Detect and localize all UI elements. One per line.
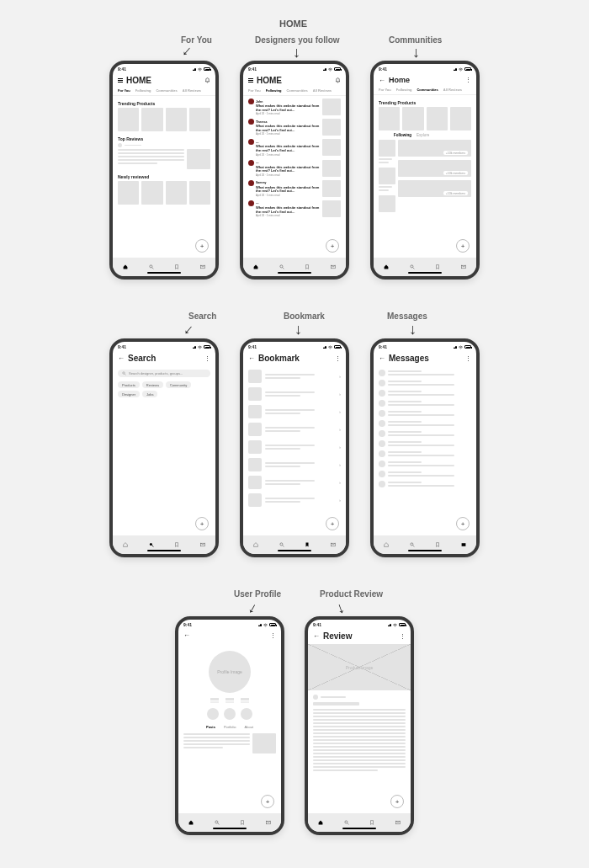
fab-add[interactable]: + bbox=[390, 795, 404, 808]
profile-image[interactable]: Profile Image bbox=[209, 651, 251, 693]
feed-item[interactable]: — What makes this website standout from … bbox=[248, 200, 341, 217]
nav-bookmark-icon[interactable] bbox=[435, 264, 440, 269]
more-icon[interactable]: ⋮ bbox=[270, 632, 276, 639]
nav-search-icon[interactable] bbox=[149, 542, 154, 547]
nav-search-icon[interactable] bbox=[215, 820, 220, 825]
bookmark-item[interactable]: › bbox=[248, 458, 341, 471]
nav-bookmark-icon[interactable] bbox=[174, 542, 179, 547]
nav-bookmark-icon[interactable] bbox=[435, 542, 440, 547]
message-item[interactable] bbox=[379, 481, 471, 487]
nav-search-icon[interactable] bbox=[279, 542, 284, 547]
tab-following[interactable]: Following bbox=[266, 88, 282, 93]
bookmark-item[interactable]: › bbox=[248, 370, 341, 383]
more-icon[interactable]: ⋮ bbox=[400, 633, 406, 640]
search-input[interactable]: Search designer, products, groups... bbox=[118, 370, 210, 377]
nav-messages-icon[interactable] bbox=[200, 542, 205, 547]
tab-posts[interactable]: Posts bbox=[206, 725, 215, 729]
highlight-circle[interactable] bbox=[241, 708, 252, 720]
feed-item[interactable]: John What makes this website standout fr… bbox=[248, 99, 341, 115]
feed-item[interactable]: — What makes this website standout from … bbox=[248, 139, 341, 156]
back-icon[interactable]: ← bbox=[313, 632, 320, 640]
nav-search-icon[interactable] bbox=[344, 820, 349, 825]
product-card[interactable] bbox=[118, 181, 139, 205]
more-icon[interactable]: ⋮ bbox=[465, 355, 471, 362]
tab-communities[interactable]: Communities bbox=[156, 88, 177, 93]
chip-jobs[interactable]: Jobs bbox=[142, 391, 157, 397]
message-item[interactable] bbox=[379, 461, 471, 467]
nav-messages-icon[interactable] bbox=[331, 542, 336, 547]
product-card[interactable] bbox=[450, 107, 471, 130]
back-icon[interactable]: ← bbox=[379, 354, 385, 362]
back-icon[interactable]: ← bbox=[379, 77, 385, 84]
message-item[interactable] bbox=[379, 400, 471, 407]
community-card[interactable] bbox=[379, 140, 395, 157]
message-item[interactable] bbox=[379, 410, 471, 417]
message-item[interactable] bbox=[379, 380, 471, 386]
nav-messages-icon[interactable] bbox=[200, 264, 205, 269]
tab-all-reviews[interactable]: All Reviews bbox=[313, 88, 332, 93]
tab-communities[interactable]: Communities bbox=[417, 88, 438, 92]
message-item[interactable] bbox=[379, 450, 471, 457]
nav-home-icon[interactable] bbox=[123, 264, 128, 269]
fab-add[interactable]: + bbox=[326, 517, 339, 530]
message-item[interactable] bbox=[379, 471, 471, 477]
nav-home-icon[interactable] bbox=[318, 820, 323, 825]
nav-bookmark-icon[interactable] bbox=[174, 264, 179, 269]
product-card[interactable] bbox=[166, 181, 187, 205]
highlight-circle[interactable] bbox=[207, 708, 219, 720]
bookmark-item[interactable]: › bbox=[248, 476, 341, 489]
nav-home-icon[interactable] bbox=[123, 542, 128, 547]
nav-home-icon[interactable] bbox=[384, 264, 389, 269]
product-card[interactable] bbox=[141, 181, 162, 205]
fab-add[interactable]: + bbox=[456, 517, 470, 530]
post-thumbnail[interactable] bbox=[252, 733, 276, 754]
product-card[interactable] bbox=[189, 181, 210, 205]
more-icon[interactable]: ⋮ bbox=[465, 77, 471, 83]
fab-add[interactable]: + bbox=[195, 517, 209, 530]
bookmark-item[interactable]: › bbox=[248, 405, 341, 418]
tab-for-you[interactable]: For You bbox=[248, 88, 261, 93]
tab-all-reviews[interactable]: All Reviews bbox=[443, 88, 462, 92]
nav-messages-icon[interactable] bbox=[461, 542, 466, 547]
nav-search-icon[interactable] bbox=[410, 542, 415, 547]
back-icon[interactable]: ← bbox=[118, 354, 125, 362]
nav-home-icon[interactable] bbox=[384, 542, 389, 547]
nav-bookmark-icon[interactable] bbox=[369, 820, 374, 825]
nav-messages-icon[interactable] bbox=[395, 820, 401, 825]
tab-for-you[interactable]: For You bbox=[379, 88, 391, 92]
product-card[interactable] bbox=[118, 108, 139, 131]
fab-add[interactable]: + bbox=[326, 239, 339, 253]
chip-reviews[interactable]: Reviews bbox=[142, 381, 163, 388]
nav-search-icon[interactable] bbox=[410, 264, 415, 269]
nav-messages-icon[interactable] bbox=[461, 264, 466, 269]
feed-item[interactable]: Theresa What makes this website standout… bbox=[248, 119, 341, 136]
community-card[interactable] bbox=[379, 168, 395, 184]
message-item[interactable] bbox=[379, 420, 471, 427]
subtab-following[interactable]: Following bbox=[394, 133, 411, 137]
bell-icon[interactable] bbox=[335, 77, 341, 83]
product-card[interactable] bbox=[166, 108, 187, 131]
nav-home-icon[interactable] bbox=[188, 820, 194, 825]
message-item[interactable] bbox=[379, 370, 471, 376]
nav-home-icon[interactable] bbox=[253, 264, 258, 269]
fab-add[interactable]: + bbox=[195, 239, 209, 253]
product-image[interactable]: Product Image bbox=[308, 644, 411, 690]
tab-portfolio[interactable]: Portfolio bbox=[224, 725, 236, 729]
product-card[interactable] bbox=[141, 108, 162, 131]
bookmark-item[interactable]: › bbox=[248, 493, 341, 507]
message-item[interactable] bbox=[379, 430, 471, 437]
product-card[interactable] bbox=[402, 107, 423, 130]
tab-following[interactable]: Following bbox=[396, 88, 412, 92]
chip-products[interactable]: Products bbox=[118, 381, 140, 388]
nav-messages-icon[interactable] bbox=[331, 264, 336, 269]
back-icon[interactable]: ← bbox=[183, 631, 190, 639]
message-item[interactable] bbox=[379, 390, 471, 397]
nav-bookmark-icon[interactable] bbox=[305, 542, 310, 547]
community-card[interactable] bbox=[379, 195, 395, 212]
more-icon[interactable]: ⋮ bbox=[204, 355, 210, 362]
tab-about[interactable]: About bbox=[245, 725, 253, 729]
message-item[interactable] bbox=[379, 440, 471, 447]
tab-communities[interactable]: Communities bbox=[286, 88, 307, 93]
tab-for-you[interactable]: For You bbox=[118, 88, 130, 93]
highlight-circle[interactable] bbox=[224, 708, 236, 720]
